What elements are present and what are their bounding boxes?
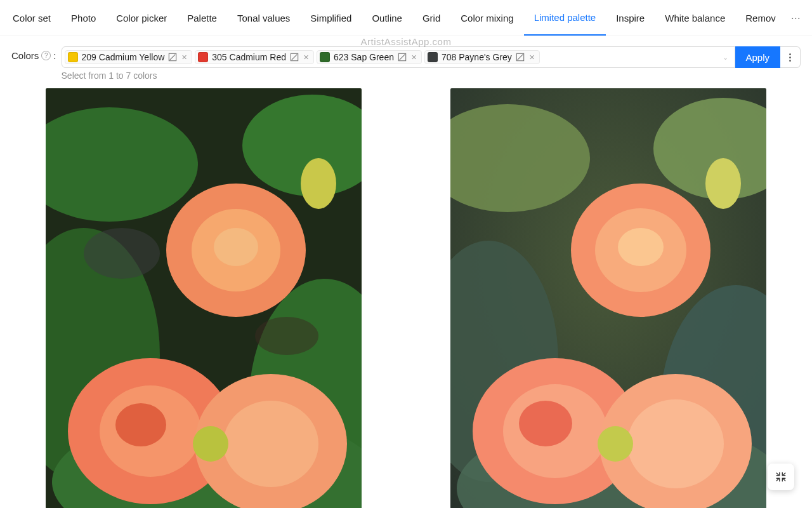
tab-color-set[interactable]: Color set — [3, 0, 61, 36]
svg-point-35 — [705, 158, 741, 209]
edit-icon[interactable] — [168, 53, 177, 62]
tab-label: Photo — [71, 13, 96, 23]
tab-label: Color mixing — [461, 13, 513, 23]
tab-color-picker[interactable]: Color picker — [106, 0, 177, 36]
svg-point-40 — [627, 399, 724, 488]
tab-color-mixing[interactable]: Color mixing — [450, 0, 523, 36]
svg-point-41 — [598, 426, 633, 462]
tab-label: Palette — [187, 13, 217, 23]
apply-button-label: Apply — [745, 52, 769, 63]
svg-line-3 — [292, 55, 298, 60]
color-tag: 305 Cadmium Red ✕ — [195, 50, 314, 64]
tab-label: Outline — [372, 13, 402, 23]
svg-point-22 — [223, 401, 318, 487]
close-icon[interactable]: ✕ — [303, 53, 310, 62]
svg-point-38 — [519, 401, 572, 446]
colors-label: Colors ? : — [11, 46, 56, 61]
color-swatch — [198, 52, 208, 62]
close-icon[interactable]: ✕ — [410, 53, 417, 62]
tab-simplified[interactable]: Simplified — [300, 0, 362, 36]
color-multiselect[interactable]: 209 Cadmium Yellow ✕ 305 Cadmium Red ✕ — [62, 46, 736, 68]
tab-palette[interactable]: Palette — [177, 0, 227, 36]
collapse-icon — [775, 471, 787, 483]
colon: : — [53, 50, 56, 61]
edit-icon[interactable] — [516, 53, 525, 62]
tabs-overflow-button[interactable]: ··· — [786, 11, 806, 25]
tab-label: White balance — [665, 13, 725, 23]
color-tag-label: 209 Cadmium Yellow — [82, 52, 165, 62]
color-tag-label: 708 Payne's Grey — [442, 52, 512, 62]
close-icon[interactable]: ✕ — [528, 53, 535, 62]
svg-line-7 — [517, 55, 523, 60]
color-swatch — [320, 52, 330, 62]
tab-white-balance[interactable]: White balance — [655, 0, 735, 36]
exit-fullscreen-button[interactable] — [768, 464, 794, 490]
controls-row: Colors ? : 209 Cadmium Yellow ✕ 305 Cadm — [0, 36, 812, 81]
color-tag: 623 Sap Green ✕ — [317, 50, 422, 64]
tab-label: Tonal values — [237, 13, 290, 23]
tab-label: Grid — [422, 13, 440, 23]
help-icon[interactable]: ? — [41, 51, 51, 60]
tab-limited-palette[interactable]: Limited palette — [524, 0, 606, 36]
svg-point-24 — [84, 228, 160, 279]
svg-point-16 — [214, 228, 258, 266]
tab-grid[interactable]: Grid — [412, 0, 450, 36]
close-icon[interactable]: ✕ — [181, 53, 188, 62]
tab-label: Color set — [13, 13, 51, 23]
tab-label: Simplified — [310, 13, 351, 23]
kebab-icon — [789, 53, 791, 62]
color-tag-label: 623 Sap Green — [334, 52, 394, 62]
tab-remove[interactable]: Remov — [735, 0, 786, 36]
svg-line-1 — [170, 55, 176, 60]
color-swatch — [68, 52, 78, 62]
tab-photo[interactable]: Photo — [61, 0, 106, 36]
svg-point-25 — [255, 317, 318, 355]
edit-icon[interactable] — [398, 53, 407, 62]
svg-line-5 — [400, 55, 405, 60]
tab-label: Remov — [745, 13, 776, 23]
svg-point-34 — [618, 228, 664, 266]
images-area — [0, 81, 812, 508]
color-tag: 209 Cadmium Yellow ✕ — [65, 50, 193, 64]
svg-point-23 — [193, 426, 228, 462]
helper-text: Select from 1 to 7 colors — [62, 70, 801, 81]
color-tag-label: 305 Cadmium Red — [212, 52, 286, 62]
chevron-down-icon[interactable]: ⌄ — [723, 53, 728, 62]
original-image — [450, 88, 766, 508]
tab-label: Limited palette — [534, 12, 596, 23]
svg-point-17 — [301, 158, 336, 209]
tab-tonal-values[interactable]: Tonal values — [227, 0, 300, 36]
colors-label-text: Colors — [11, 50, 39, 61]
color-select-row: 209 Cadmium Yellow ✕ 305 Cadmium Red ✕ — [62, 46, 801, 68]
color-select-wrap: 209 Cadmium Yellow ✕ 305 Cadmium Red ✕ — [62, 46, 801, 81]
processed-image — [46, 88, 362, 508]
color-swatch — [428, 52, 438, 62]
more-options-button[interactable] — [780, 46, 801, 68]
apply-button[interactable]: Apply — [735, 46, 780, 68]
svg-point-20 — [115, 403, 166, 446]
tab-inspire[interactable]: Inspire — [606, 0, 655, 36]
color-tag: 708 Payne's Grey ✕ — [424, 50, 540, 64]
edit-icon[interactable] — [290, 53, 299, 62]
tab-outline[interactable]: Outline — [362, 0, 412, 36]
tab-label: Inspire — [616, 13, 645, 23]
tab-label: Color picker — [116, 13, 167, 23]
tabs-bar: Color set Photo Color picker Palette Ton… — [0, 0, 812, 36]
